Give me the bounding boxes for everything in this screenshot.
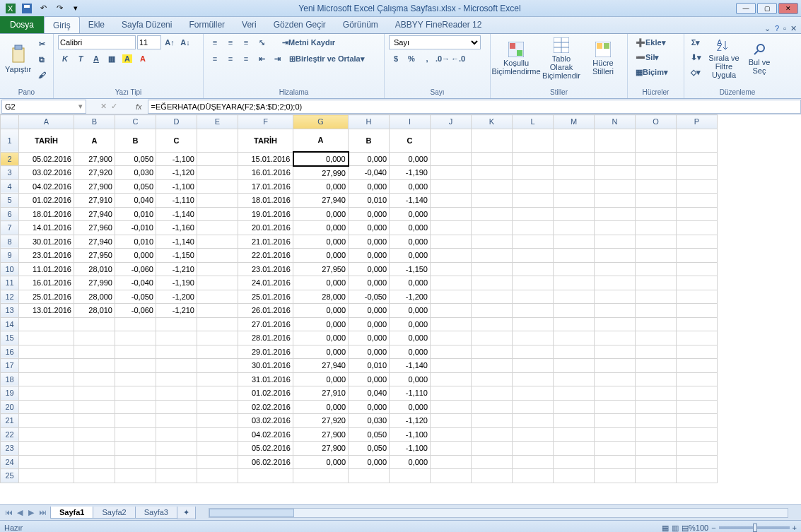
cell-L14[interactable] <box>513 317 554 331</box>
cell-B11[interactable]: 27,990 <box>74 276 115 290</box>
enter-formula-icon[interactable]: ✓ <box>111 102 117 111</box>
cell-B16[interactable] <box>74 345 115 359</box>
cell-A12[interactable]: 25.01.2016 <box>19 290 74 304</box>
cell-L2[interactable] <box>513 152 554 166</box>
cell-M12[interactable] <box>554 290 595 304</box>
fx-icon[interactable]: fx <box>130 102 148 111</box>
cell-H2[interactable]: 0,000 <box>349 152 390 166</box>
cell-C2[interactable]: 0,050 <box>115 152 156 166</box>
cell-E15[interactable] <box>197 331 238 345</box>
wrap-text-button[interactable]: ⇥ Metni Kaydır <box>279 35 339 49</box>
orientation-icon[interactable]: ⤡ <box>255 35 269 49</box>
paste-button[interactable]: Yapıştır <box>4 35 32 82</box>
cell-B23[interactable] <box>74 442 115 456</box>
cell-A9[interactable]: 23.01.2016 <box>19 249 74 263</box>
cell-A10[interactable]: 11.01.2016 <box>19 262 74 276</box>
cell-G14[interactable]: 0,000 <box>293 317 349 331</box>
cell-B18[interactable] <box>74 372 115 386</box>
cell-G24[interactable]: 0,000 <box>293 455 349 469</box>
align-right-icon[interactable]: ≡ <box>239 52 253 66</box>
cell-K16[interactable] <box>472 345 513 359</box>
cell-B22[interactable] <box>74 427 115 442</box>
cell-C5[interactable]: 0,040 <box>115 194 156 208</box>
review-tab[interactable]: Gözden Geçir <box>265 16 334 33</box>
cell-H8[interactable]: 0,000 <box>349 235 390 249</box>
cell-G8[interactable]: 0,000 <box>293 235 349 249</box>
cell-B19[interactable] <box>74 386 115 401</box>
cell-styles-button[interactable]: Hücre Stilleri <box>585 35 621 82</box>
cell-H5[interactable]: 0,010 <box>349 194 390 208</box>
cell-E9[interactable] <box>197 249 238 263</box>
cell-J5[interactable] <box>431 194 472 208</box>
cell-H10[interactable]: 0,000 <box>349 262 390 276</box>
row-header-23[interactable]: 23 <box>1 442 19 456</box>
cell-N24[interactable] <box>595 455 636 469</box>
cell-P8[interactable] <box>677 235 718 249</box>
cell-A11[interactable]: 16.01.2016 <box>19 276 74 290</box>
cell-K2[interactable] <box>472 152 513 166</box>
cell-D2[interactable]: -1,100 <box>156 152 197 166</box>
cell-D21[interactable] <box>156 414 197 428</box>
cell-C4[interactable]: 0,050 <box>115 179 156 194</box>
cell-M9[interactable] <box>554 249 595 263</box>
row-header-5[interactable]: 5 <box>1 194 19 208</box>
cell-K17[interactable] <box>472 359 513 373</box>
row-header-19[interactable]: 19 <box>1 386 19 401</box>
cell-J7[interactable] <box>431 221 472 235</box>
cell-E5[interactable] <box>197 194 238 208</box>
cell-F19[interactable]: 01.02.2016 <box>238 386 293 401</box>
cell-F25[interactable] <box>238 469 293 483</box>
cell-F20[interactable]: 02.02.2016 <box>238 400 293 414</box>
cell-O17[interactable] <box>636 359 677 373</box>
cell-A8[interactable]: 30.01.2016 <box>19 235 74 249</box>
cell-F2[interactable]: 15.01.2016 <box>238 152 293 166</box>
name-box[interactable]: G2▾ <box>1 100 86 114</box>
cell-N8[interactable] <box>595 235 636 249</box>
cell-G25[interactable] <box>293 469 349 483</box>
cell-H7[interactable]: 0,000 <box>349 221 390 235</box>
cell-I9[interactable]: 0,000 <box>390 249 431 263</box>
file-tab[interactable]: Dosya <box>0 16 44 33</box>
row-header-24[interactable]: 24 <box>1 455 19 469</box>
cell-O4[interactable] <box>636 179 677 194</box>
cell-K24[interactable] <box>472 455 513 469</box>
cell-N22[interactable] <box>595 427 636 442</box>
cell-M10[interactable] <box>554 262 595 276</box>
cell-L12[interactable] <box>513 290 554 304</box>
cell-J20[interactable] <box>431 400 472 414</box>
cell-K4[interactable] <box>472 179 513 194</box>
insert-cells-button[interactable]: ➕ Ekle ▾ <box>632 35 670 49</box>
row-header-12[interactable]: 12 <box>1 290 19 304</box>
cell-N15[interactable] <box>595 331 636 345</box>
cell-C6[interactable]: 0,010 <box>115 207 156 221</box>
cell-K13[interactable] <box>472 304 513 318</box>
cell-I13[interactable]: 0,000 <box>390 304 431 318</box>
cell-E22[interactable] <box>197 427 238 442</box>
cell-A4[interactable]: 04.02.2016 <box>19 179 74 194</box>
row-header-2[interactable]: 2 <box>1 152 19 166</box>
decrease-font-icon[interactable]: A↓ <box>178 35 192 49</box>
cell-M7[interactable] <box>554 221 595 235</box>
cell-B8[interactable]: 27,940 <box>74 235 115 249</box>
cell-B9[interactable]: 27,950 <box>74 249 115 263</box>
cell-E3[interactable] <box>197 166 238 180</box>
cell-E7[interactable] <box>197 221 238 235</box>
cell-A19[interactable] <box>19 386 74 401</box>
cell-J9[interactable] <box>431 249 472 263</box>
zoom-out-icon[interactable]: − <box>711 524 715 532</box>
cell-C19[interactable] <box>115 386 156 401</box>
format-as-table-button[interactable]: Tablo Olarak Biçimlendir <box>540 35 583 82</box>
cell-O2[interactable] <box>636 152 677 166</box>
decrease-indent-icon[interactable]: ⇤ <box>255 52 269 66</box>
cell-D25[interactable] <box>156 469 197 483</box>
cancel-formula-icon[interactable]: ✕ <box>100 102 107 111</box>
cell-F17[interactable]: 30.01.2016 <box>238 359 293 373</box>
font-name-select[interactable] <box>58 35 136 49</box>
delete-cells-button[interactable]: ➖ Sil ▾ <box>632 50 662 64</box>
cell-D13[interactable]: -1,210 <box>156 304 197 318</box>
cell-N10[interactable] <box>595 262 636 276</box>
cell-P7[interactable] <box>677 221 718 235</box>
cell-E23[interactable] <box>197 442 238 456</box>
cell-P16[interactable] <box>677 345 718 359</box>
cell-E17[interactable] <box>197 359 238 373</box>
